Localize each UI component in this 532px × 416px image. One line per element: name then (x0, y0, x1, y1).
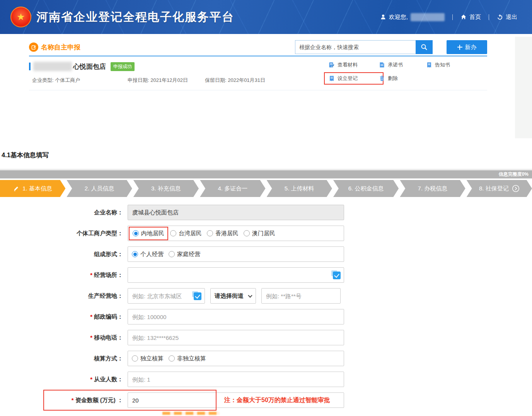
new-button-label: 新办 (465, 44, 477, 51)
household-type-group: 内地居民 台湾居民 香港居民 澳门居民 (128, 226, 344, 241)
step-housing-fund[interactable]: 6. 公积金信息 (333, 180, 399, 197)
label-text: 邮政编码： (94, 313, 123, 320)
view-materials-label: 查看材料 (338, 61, 358, 68)
radio-hongkong-resident[interactable]: 香港居民 (207, 230, 239, 237)
completeness-progress-bar: 信息完整度0% (0, 170, 532, 178)
step-label: 5. 上传材料 (285, 185, 314, 192)
city-picker-icon[interactable] (192, 291, 201, 300)
record-actions: 查看材料 承诺书 告知书 设立登记 (329, 61, 450, 82)
ribbon-doc-icon (426, 62, 432, 68)
step-supplementary-info[interactable]: 3. 补充信息 (133, 180, 199, 197)
city-input-wrap (128, 288, 205, 304)
form-row-employee-count: *从业人数： (0, 372, 532, 387)
home-link[interactable]: 首页 (460, 14, 481, 21)
name-declaration-panel: 名称自主申报 新办 心悦面包店 申报成功 企业类型: 个体工商户 申报日期: 2… (29, 39, 487, 90)
step-personnel-info[interactable]: 2. 人员信息 (66, 180, 132, 197)
step-multi-cert[interactable]: 4. 多证合一 (200, 180, 265, 197)
form-row-capital-amount: *资金数额 (万元) ： 注：金额大于50万的禁止通过智能审批 (0, 392, 532, 408)
header-separator (452, 14, 453, 20)
registration-wizard: 信息完整度0% 1. 基本信息 2. 人员信息 3. 补充信息 4. 多证合一 … (0, 169, 532, 197)
chevron-down-icon (248, 293, 252, 297)
clipped-next-row-fragment (162, 412, 220, 415)
radio-macau-resident[interactable]: 澳门居民 (244, 230, 275, 237)
radio-label: 家庭经营 (177, 251, 200, 258)
radio-unchecked-icon (132, 355, 138, 362)
postal-code-label: *邮政编码： (0, 313, 123, 321)
composition-label: 组成形式： (0, 251, 123, 258)
radio-mainland-resident[interactable]: 内地居民 (133, 230, 164, 237)
business-premises-label: *经营场所： (0, 272, 123, 279)
national-emblem-logo: ★ (10, 7, 31, 27)
company-name: 心悦面包店 (73, 62, 106, 71)
setup-registration-link[interactable]: 设立登记 (329, 75, 358, 82)
business-premises-field[interactable] (128, 267, 344, 283)
welcome-user: 欢迎您, (380, 13, 445, 21)
notification-link[interactable]: 告知书 (426, 61, 450, 68)
status-badge: 申报成功 (111, 62, 135, 71)
setup-registration-label: 设立登记 (338, 75, 358, 82)
radio-unchecked-icon (244, 230, 250, 236)
form-row-household-type: 个体工商户类型： 内地居民 台湾居民 香港居民 澳门居民 (0, 226, 532, 241)
doc-edit-icon (329, 62, 335, 68)
business-premises-wrap (128, 267, 344, 283)
required-asterisk: * (90, 334, 92, 341)
street-select[interactable]: 请选择街道 (210, 288, 256, 304)
street-select-value: 请选择街道 (215, 292, 244, 300)
employee-count-label: *从业人数： (0, 376, 123, 383)
more-steps-icon[interactable] (512, 185, 520, 192)
view-materials-link[interactable]: 查看材料 (329, 61, 379, 68)
radio-non-independent-accounting[interactable]: 非独立核算 (169, 355, 206, 362)
header-separator (489, 14, 489, 20)
commitment-label: 承诺书 (388, 61, 403, 68)
step-tax-info[interactable]: 7. 办税信息 (400, 180, 465, 197)
page-background-strip (515, 37, 532, 138)
street-address-field[interactable] (261, 288, 341, 304)
new-application-button[interactable]: 新办 (447, 40, 487, 54)
radio-independent-accounting[interactable]: 独立核算 (132, 355, 164, 362)
form-row-composition: 组成形式： 个人经营 家庭经营 (0, 246, 532, 262)
search-icon (421, 44, 428, 51)
form-row-postal-code: *邮政编码： (0, 309, 532, 324)
delete-link[interactable]: 删除 (379, 75, 426, 82)
mobile-phone-field[interactable] (128, 330, 344, 345)
step-label: 8. 社保登记 (479, 185, 509, 192)
form-row-accounting-method: 核算方式： 独立核算 非独立核算 (0, 351, 532, 366)
radio-label: 香港居民 (215, 230, 239, 237)
logout-link[interactable]: 退出 (497, 14, 517, 21)
radio-label: 非独立核算 (177, 355, 206, 362)
step-basic-info[interactable]: 1. 基本信息 (0, 180, 65, 197)
power-icon (497, 14, 503, 20)
step-label: 4. 多证合一 (218, 185, 247, 192)
commitment-link[interactable]: 承诺书 (379, 61, 426, 68)
panel-header: 名称自主申报 新办 (29, 39, 487, 56)
radio-unchecked-icon (207, 230, 213, 236)
retain-date: 保留日期: 2022年01月31日 (205, 77, 265, 84)
step-social-security[interactable]: 8. 社保登记 (467, 180, 532, 197)
basic-info-form: 企业名称： 个体工商户类型： 内地居民 台湾居民 香港居民 澳门居民 (0, 205, 532, 413)
doc-icon (379, 62, 385, 68)
employee-count-field[interactable] (128, 372, 344, 387)
postal-code-field[interactable] (128, 309, 344, 324)
search-button[interactable] (416, 40, 433, 54)
step-label: 6. 公积金信息 (348, 185, 384, 192)
radio-unchecked-icon (169, 251, 175, 257)
notification-label: 告知书 (435, 61, 450, 68)
radio-individual-operation[interactable]: 个人经营 (132, 251, 164, 258)
radio-family-operation[interactable]: 家庭经营 (169, 251, 200, 258)
required-asterisk: * (72, 397, 74, 403)
wizard-steps: 1. 基本信息 2. 人员信息 3. 补充信息 4. 多证合一 5. 上传材料 … (0, 180, 532, 197)
accounting-method-group: 独立核算 非独立核算 (128, 351, 344, 366)
pencil-icon (13, 185, 19, 192)
step-upload-materials[interactable]: 5. 上传材料 (267, 180, 332, 197)
production-site-label: 生产经营地： (0, 292, 123, 300)
plus-icon (457, 45, 462, 50)
user-icon (380, 14, 386, 20)
address-picker-icon[interactable] (331, 270, 341, 279)
search-input[interactable] (295, 40, 416, 54)
radio-label: 台湾居民 (179, 230, 202, 237)
required-asterisk: * (90, 313, 92, 320)
radio-label: 内地居民 (141, 230, 164, 237)
logout-label: 退出 (506, 14, 517, 21)
radio-taiwan-resident[interactable]: 台湾居民 (170, 230, 202, 237)
declare-date: 申报日期: 2021年12月02日 (128, 77, 205, 84)
